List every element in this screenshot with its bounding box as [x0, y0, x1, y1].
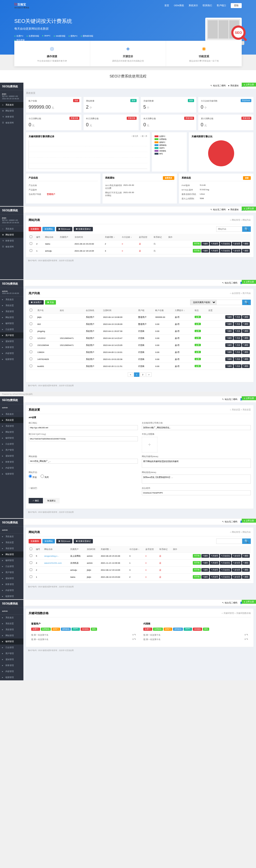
- stat-badge[interactable]: 查看详情: [241, 117, 251, 120]
- row-action[interactable]: ✎删除: [242, 329, 250, 333]
- row-action[interactable]: ✎删除: [242, 357, 250, 361]
- add-site-button[interactable]: 添加网站: [42, 539, 55, 544]
- row-action[interactable]: ✎关键词: [210, 568, 219, 572]
- batch-delete-button[interactable]: 批量删除: [29, 227, 41, 231]
- menu-item[interactable]: ▸通知管理: [0, 338, 23, 344]
- row-action[interactable]: ✎多站同: [232, 249, 241, 253]
- menu-item[interactable]: ▸系统首页: [0, 533, 23, 539]
- row-action[interactable]: ✎充值: [234, 343, 241, 347]
- menu-item[interactable]: ▸网站管理: [0, 429, 23, 435]
- menu-item[interactable]: ▸通知管理: [0, 656, 23, 662]
- menu-item[interactable]: ▸网站管理: [0, 552, 23, 557]
- row-action[interactable]: ✎开始优化: [220, 575, 231, 579]
- menu-profile[interactable]: ☰修改资料: [0, 120, 23, 126]
- menu-item[interactable]: ▸内容管理: [0, 350, 23, 356]
- menu-item[interactable]: ▸链接管理: [0, 674, 23, 680]
- stat-badge[interactable]: 导出Excel: [240, 99, 251, 102]
- radio-close[interactable]: 关闭: [40, 474, 49, 479]
- row-action[interactable]: ✎编辑: [201, 249, 209, 253]
- menu-profile[interactable]: ☰修改资料: [0, 244, 23, 250]
- menu-item[interactable]: ▸内容管理: [0, 669, 23, 674]
- row-action[interactable]: ✎删除: [242, 575, 250, 579]
- stat-badge[interactable]: 查看详情: [69, 117, 79, 120]
- menu-item[interactable]: ▸内容管理: [0, 465, 23, 471]
- register-badge[interactable]: § 立即注册: [242, 519, 256, 523]
- menu-item[interactable]: ▸通知管理: [0, 453, 23, 459]
- row-action[interactable]: ✎充值: [234, 357, 241, 361]
- nav-home[interactable]: 首页: [164, 4, 169, 7]
- row-action[interactable]: ✎删除: [242, 350, 250, 354]
- row-action[interactable]: ✎关键词: [210, 242, 219, 246]
- nav-oem[interactable]: OEM系统: [174, 4, 184, 7]
- row-action[interactable]: ✎关键词: [210, 554, 219, 558]
- row-action[interactable]: ✎编辑: [225, 357, 233, 361]
- row-action[interactable]: ✎关键词: [210, 249, 219, 253]
- api-url-input[interactable]: [29, 425, 138, 430]
- row-action[interactable]: ✎编辑: [225, 336, 233, 340]
- menu-item[interactable]: ▸通知管理: [0, 576, 23, 581]
- engine-tag[interactable]: 神马: [203, 628, 209, 631]
- row-action[interactable]: ✎多站同: [232, 242, 241, 246]
- page-button[interactable]: 1: [134, 372, 139, 377]
- engine-tag[interactable]: 百度PC: [143, 628, 152, 631]
- menu-item[interactable]: ▸财务管理: [0, 344, 23, 350]
- register-badge[interactable]: § 立即注册: [242, 600, 256, 604]
- menu-item[interactable]: ▸系统首页: [0, 411, 23, 417]
- page-button[interactable]: 2: [140, 372, 145, 377]
- row-action[interactable]: ✎充值: [234, 336, 241, 340]
- menu-item[interactable]: ▸链接管理: [0, 471, 23, 477]
- login-button[interactable]: 登陆: [231, 3, 242, 8]
- menu-finance[interactable]: ￥财务管理: [0, 114, 23, 120]
- row-action[interactable]: ✎开始优化: [220, 554, 231, 558]
- search-input[interactable]: [216, 300, 242, 305]
- search-button[interactable]: 🔍: [242, 538, 251, 544]
- menu-item[interactable]: ▸用户管理: [0, 650, 23, 656]
- stat-badge[interactable]: 查看详情: [184, 117, 194, 120]
- row-action[interactable]: ✎关键词: [210, 561, 219, 565]
- batch-mark-button[interactable]: ▣ 批量设置标记: [74, 539, 93, 544]
- register-badge[interactable]: § 立即注册: [242, 280, 256, 284]
- row-action[interactable]: ✎编辑: [201, 568, 209, 572]
- row-action[interactable]: ✎编辑: [201, 561, 209, 565]
- reset-button[interactable]: 恢复默认: [44, 498, 60, 503]
- row-action[interactable]: ✎充值: [234, 329, 241, 333]
- menu-home[interactable]: ⌂系统首页: [0, 226, 23, 232]
- recharge-button[interactable]: ▣ 充值: [45, 300, 56, 305]
- menu-item[interactable]: ▸日志管理: [0, 563, 23, 569]
- menu-item[interactable]: ▸日志管理: [0, 441, 23, 447]
- row-action[interactable]: ✎编辑: [225, 350, 233, 354]
- company-input[interactable]: [142, 425, 251, 430]
- menu-site[interactable]: ⊕网站管理: [0, 232, 23, 238]
- row-action[interactable]: ✎删除: [242, 343, 250, 347]
- batch-mark-button[interactable]: ▣ 批量设置标记: [74, 227, 93, 231]
- engine-tag[interactable]: 360移动: [193, 628, 202, 631]
- desc-input[interactable]: 深圳seo优化【百度快速排名】...: [142, 474, 251, 484]
- menu-item[interactable]: ▸用户管理: [0, 447, 23, 453]
- register-badge[interactable]: § 立即注册: [242, 396, 256, 400]
- engine-tag[interactable]: 搜狗移动: [61, 628, 71, 631]
- nav-demo[interactable]: 系统演示: [189, 4, 198, 7]
- row-action[interactable]: ✎开始优化: [220, 249, 231, 253]
- api-key-input[interactable]: [29, 436, 138, 441]
- topbar-notify[interactable]: ● 系统通知: [228, 208, 238, 211]
- menu-item[interactable]: ▸财务管理: [0, 662, 23, 669]
- title-input[interactable]: [29, 459, 138, 464]
- row-action[interactable]: ✎编辑: [225, 322, 233, 326]
- menu-item[interactable]: ▸系统设置: [0, 539, 23, 546]
- menu-item[interactable]: ▸系统首页: [0, 297, 23, 303]
- menu-item[interactable]: ▸链接管理: [0, 356, 23, 362]
- nav-contact[interactable]: 联系我们: [203, 4, 212, 7]
- row-action[interactable]: ✎删除: [242, 315, 250, 319]
- nav-client[interactable]: 客户端口: [217, 4, 226, 7]
- row-action[interactable]: ✎多站同: [232, 568, 241, 572]
- menu-item[interactable]: ▸系统设置: [0, 621, 23, 627]
- stat-badge[interactable]: 添加: [188, 99, 194, 102]
- menu-item[interactable]: ▸系统设置: [0, 303, 23, 308]
- search-input[interactable]: [216, 538, 242, 544]
- menu-item[interactable]: ▸系统首页: [0, 615, 23, 621]
- engine-tag[interactable]: 360PC: [184, 628, 192, 631]
- tab-30days[interactable]: ○ 近一月: [140, 135, 147, 138]
- search-button[interactable]: 🔍: [242, 300, 251, 305]
- menu-item[interactable]: ▸系统管理: [0, 423, 23, 429]
- row-action[interactable]: ✎充值: [234, 364, 241, 368]
